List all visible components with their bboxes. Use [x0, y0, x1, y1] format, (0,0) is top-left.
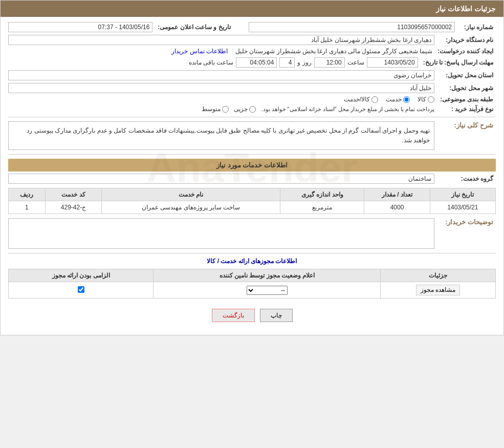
permissions-table: جزئیات اعلام وضعیت مجوز توسط نامین کننده… — [8, 269, 496, 298]
need-number-value-cell: 1103095657000002 — [249, 22, 455, 32]
buyer-notes-cell — [8, 218, 434, 249]
view-permit-button[interactable]: مشاهده مجوز — [416, 285, 460, 295]
main-content: شماره نیاز: 1103095657000002 تاریخ و ساع… — [1, 17, 503, 335]
button-bar: چاپ بازگشت — [8, 301, 496, 330]
cell-row-num: 1 — [9, 201, 46, 214]
category-label-goods: کالا — [418, 96, 426, 103]
col-row-num: ردیف — [9, 188, 46, 201]
page-header: جزئیات اطلاعات نیاز — [1, 1, 503, 17]
cell-unit: مترمربع — [280, 201, 364, 214]
category-radio-service[interactable] — [403, 96, 410, 103]
response-date: 1403/05/20 — [367, 57, 418, 68]
perm-cell-details: مشاهده مجوز — [381, 282, 496, 298]
service-group-cell: ساختمان — [8, 174, 434, 184]
page-wrapper: AnaTender جزئیات اطلاعات نیاز شماره نیاز… — [0, 0, 504, 335]
buyer-station-row: نام دستگاه خریدار: دهیاری ارغا بخش ششطرا… — [8, 35, 496, 45]
delivery-province-row: استان محل تحویل: خراسان رضوی — [8, 70, 496, 80]
buyer-station-cell: دهیاری ارغا بخش ششطراز شهرستان خلیل آباد — [8, 35, 434, 45]
announcement-date-value: 1403/05/16 - 07:37 — [8, 22, 152, 32]
separator-2 — [8, 154, 496, 155]
perm-cell-required — [9, 282, 154, 298]
purchase-type-radio-partial[interactable] — [249, 106, 256, 113]
creator-value: شیما شجیعی کارگر مسئول مالی دهیاری ارغا … — [235, 48, 432, 55]
purchase-type-label-medium: متوسط — [202, 105, 221, 113]
category-radio-goods[interactable] — [428, 96, 434, 103]
category-radio-group: کالا/خدمت خدمت کالا — [8, 96, 434, 103]
need-number-label: شماره نیاز: — [455, 24, 496, 31]
service-group-label: گروه خدمت: — [434, 175, 496, 182]
permissions-row: مشاهده مجوز -- — [9, 282, 496, 298]
purchase-type-description: پرداخت تمام یا بخشی از مبلغ خریدار محل "… — [261, 106, 434, 113]
creator-row: ایجاد کننده درخواست: شیما شجیعی کارگر مس… — [8, 48, 496, 55]
purchase-type-cell: متوسط جزیی پرداخت تمام یا بخشی از مبلغ خ… — [8, 105, 434, 113]
announcement-date-label: تاریخ و ساعت اعلان عمومی: — [152, 24, 233, 31]
col-quantity: تعداد / مقدار — [364, 188, 430, 201]
response-remaining-label: ساعت باقی مانده — [189, 59, 234, 66]
cell-need-date: 1403/05/21 — [430, 201, 495, 214]
purchase-type-options: متوسط جزیی پرداخت تمام یا بخشی از مبلغ خ… — [8, 105, 434, 113]
perm-col-status: اعلام وضعیت مجوز توسط نامین کننده — [154, 269, 381, 282]
print-button[interactable]: چاپ — [260, 309, 293, 322]
permissions-section-title: اطلاعات مجوزهای ارائه خدمت / کالا — [8, 258, 496, 265]
category-label-goods-service: کالا/خدمت — [344, 96, 370, 103]
permissions-header-row: جزئیات اعلام وضعیت مجوز توسط نامین کننده… — [9, 269, 496, 282]
category-option-goods-service: کالا/خدمت — [344, 96, 378, 103]
purchase-type-label-partial: جزیی — [234, 105, 248, 113]
delivery-city-label: شهر محل تحویل: — [434, 84, 496, 92]
category-radio-goods-service[interactable] — [371, 96, 378, 103]
response-remaining: 04:05:04 — [236, 57, 277, 68]
category-cell: کالا/خدمت خدمت کالا — [8, 96, 434, 103]
response-days-label: روز و — [297, 59, 311, 66]
announcement-date-cell: 1403/05/16 - 07:37 — [8, 22, 152, 32]
buyer-notes-label: توضیحات خریدار: — [434, 218, 496, 226]
purchase-type-row: نوع فرآیند خرید : متوسط جزیی پرداخت تمام… — [8, 105, 496, 113]
separator-3 — [8, 253, 496, 253]
purchase-type-label: نوع فرآیند خرید : — [434, 105, 496, 113]
delivery-province-value: خراسان رضوی — [8, 70, 434, 80]
services-section-label: اطلاعات خدمات مورد نیاز — [216, 161, 288, 169]
purchase-type-option-partial: جزیی — [234, 105, 256, 113]
perm-required-checkbox[interactable] — [78, 286, 84, 293]
delivery-province-cell: خراسان رضوی — [8, 70, 434, 80]
service-group-row: گروه خدمت: ساختمان — [8, 174, 496, 184]
response-deadline-label: مهلت ارسال پاسخ: تا تاریخ: — [418, 59, 496, 66]
need-number-row: شماره نیاز: 1103095657000002 تاریخ و ساع… — [8, 22, 496, 32]
creator-label: ایجاد کننده درخواست: — [432, 48, 496, 55]
col-need-date: تاریخ نیاز — [430, 188, 495, 201]
response-deadline-cell: 1403/05/20 ساعت 12:00 روز و 4 04:05:04 س… — [8, 57, 418, 68]
buyer-station-label: نام دستگاه خریدار: — [434, 36, 496, 44]
perm-col-required: الزامی بودن ارائه مجوز — [9, 269, 154, 282]
buyer-notes-textarea[interactable] — [8, 218, 434, 249]
perm-col-details: جزئیات — [381, 269, 496, 282]
services-table: تاریخ نیاز تعداد / مقدار واحد اندازه گیر… — [8, 188, 496, 214]
description-label: شرح کلی نیاز: — [434, 121, 496, 129]
col-unit: واحد اندازه گیری — [280, 188, 364, 201]
category-option-goods: کالا — [418, 96, 434, 103]
contact-link[interactable]: اطلاعات تماس خریدار — [171, 48, 228, 55]
col-service-name: نام خدمت — [102, 188, 280, 201]
cell-service-name: ساخت سایر پروژه‌های مهندسی عمران — [102, 201, 280, 214]
category-row: طبقه بندی موضوعی: کالا/خدمت خدمت کالا — [8, 96, 496, 103]
response-time: 12:00 — [314, 57, 345, 68]
services-table-header-row: تاریخ نیاز تعداد / مقدار واحد اندازه گیر… — [9, 188, 496, 201]
services-section-header: اطلاعات خدمات مورد نیاز — [8, 159, 496, 172]
buyer-station-value: دهیاری ارغا بخش ششطراز شهرستان خلیل آباد — [8, 35, 434, 45]
permissions-table-body: مشاهده مجوز -- — [9, 282, 496, 298]
description-value: تهیه وحمل و اجرای آسفالت گرم از محل تخصی… — [8, 121, 434, 150]
buyer-notes-row: توضیحات خریدار: — [8, 218, 496, 249]
response-time-label: ساعت — [347, 59, 364, 66]
response-deadline-row: مهلت ارسال پاسخ: تا تاریخ: 1403/05/20 سا… — [8, 57, 496, 68]
perm-status-select[interactable]: -- — [247, 286, 288, 295]
category-label-service: خدمت — [386, 96, 402, 103]
col-service-code: کد خدمت — [45, 188, 102, 201]
delivery-city-row: شهر محل تحویل: خلیل آباد — [8, 83, 496, 93]
description-row: شرح کلی نیاز: تهیه وحمل و اجرای آسفالت گ… — [8, 121, 496, 150]
service-group-value: ساختمان — [8, 174, 434, 184]
category-option-service: خدمت — [386, 96, 410, 103]
description-cell: تهیه وحمل و اجرای آسفالت گرم از محل تخصی… — [8, 121, 434, 150]
need-number-value: 1103095657000002 — [249, 22, 455, 32]
back-button[interactable]: بازگشت — [212, 309, 255, 322]
delivery-city-cell: خلیل آباد — [8, 83, 434, 93]
purchase-type-radio-medium[interactable] — [222, 106, 229, 113]
page-title: جزئیات اطلاعات نیاز — [436, 5, 496, 13]
